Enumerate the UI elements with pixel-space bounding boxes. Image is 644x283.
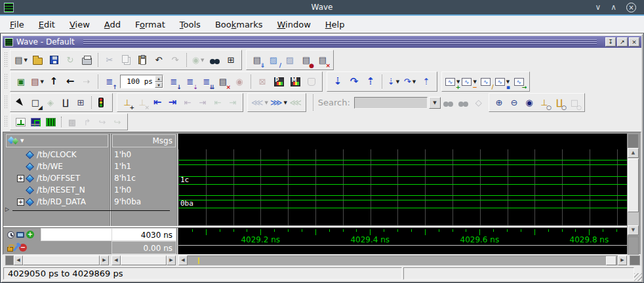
menu-format[interactable]: Format — [128, 20, 172, 29]
wave-add-button[interactable]: ∿+▼ — [445, 74, 460, 90]
open-button[interactable] — [30, 52, 45, 68]
edit-mode-button[interactable]: ∐ — [58, 96, 73, 110]
chevron-down-icon[interactable]: ▼ — [413, 79, 416, 85]
run-length-increase-button[interactable]: ▲ — [155, 75, 163, 82]
save-button[interactable] — [46, 52, 62, 68]
values-scroll-right-button[interactable]: ▶ — [167, 255, 176, 265]
event-band-button[interactable] — [28, 115, 43, 129]
toolbar-grip[interactable] — [5, 74, 8, 89]
names-header[interactable]: ▼ — [6, 134, 108, 147]
next-rising-edge-button[interactable]: ⇥ — [226, 96, 240, 110]
reload-button[interactable]: ↻ — [62, 52, 78, 68]
expand-icon[interactable]: + — [17, 198, 24, 206]
dock-icon[interactable]: ↧ — [605, 37, 616, 47]
menu-help[interactable]: Help — [318, 20, 352, 29]
search-dropdown-button[interactable]: ▼ — [429, 97, 441, 109]
run-length-decrease-button[interactable]: ▼ — [155, 82, 163, 88]
find-next-button[interactable] — [441, 96, 456, 110]
group-button[interactable]: ▣ — [13, 74, 29, 90]
signal-row-offset[interactable]: +/tb/OFFSET — [5, 172, 109, 184]
show-drivers-button[interactable]: ▩ — [65, 115, 79, 129]
run-length-value[interactable]: 100 ps — [121, 75, 155, 88]
chevron-down-icon[interactable]: ▼ — [20, 138, 24, 143]
move-up-button[interactable]: ↑ — [46, 74, 62, 90]
move-right-button[interactable]: ⇢ — [79, 74, 94, 90]
expand-all-time-button[interactable]: ⋘ — [289, 96, 303, 110]
restart-button[interactable]: ≣↑ — [102, 74, 117, 90]
search-input[interactable] — [354, 97, 428, 109]
step-into-button[interactable]: ⇣ — [330, 74, 346, 90]
resize-grip[interactable] — [634, 273, 642, 281]
trace-event-button[interactable]: ↪ — [110, 115, 125, 129]
trace-x-button[interactable]: ↪ — [95, 115, 110, 129]
step-over-current-button[interactable]: ↷▼ — [402, 74, 418, 90]
stop-wave-drawing-button[interactable] — [95, 96, 110, 110]
step-out-current-button[interactable]: ⇡ — [418, 74, 434, 90]
wave-remove-button[interactable]: ∿−▼ — [461, 74, 477, 90]
find-button[interactable] — [207, 52, 222, 68]
chevron-down-icon[interactable]: ▼ — [40, 79, 43, 85]
chevron-down-icon[interactable]: ▼ — [396, 79, 399, 85]
copy-button[interactable] — [118, 52, 134, 68]
unlog-signals-button[interactable]: ▤× — [315, 52, 331, 68]
run-length-input[interactable]: 100 ps▲▼ — [120, 75, 163, 88]
new-file-button[interactable]: ▤▼ — [13, 52, 29, 68]
zoom-full-button[interactable]: ◉ — [522, 96, 536, 110]
zoom-in-button[interactable]: ⊕ — [492, 96, 506, 110]
kill-button[interactable]: ⊠ — [254, 74, 270, 90]
values-scroll-thumb[interactable] — [121, 255, 167, 265]
waveform-row-offset[interactable]: 1c — [178, 174, 627, 186]
pan-hand-button[interactable] — [304, 74, 319, 90]
scroll-up-button[interactable]: ▲ — [628, 148, 639, 158]
next-falling-edge-button[interactable]: ⇥ — [195, 96, 210, 110]
vscroll-track[interactable] — [628, 158, 639, 225]
expand-tree-button[interactable]: ⊞ — [223, 52, 239, 68]
waveform-row-we[interactable] — [178, 162, 627, 174]
zoom-out-button[interactable]: ⊖ — [507, 96, 521, 110]
wave-scroll-thumb[interactable] — [606, 256, 616, 265]
step-into-current-button[interactable]: ⇣▼ — [386, 74, 401, 90]
break-button[interactable]: ▤× — [215, 74, 231, 90]
scroll-down-button[interactable]: ▼ — [628, 225, 639, 235]
wave-scroll-left-button[interactable]: ◀ — [178, 255, 188, 265]
menu-file[interactable]: File — [3, 20, 31, 29]
toolbar-grip[interactable] — [5, 52, 8, 67]
wave-export-button[interactable]: ∿→ — [511, 74, 527, 90]
chevron-down-icon[interactable]: ▼ — [201, 58, 204, 63]
chevron-down-icon[interactable]: ▼ — [265, 100, 268, 105]
zoom-cursor-button[interactable]: ⊥○ — [537, 96, 552, 110]
insert-mode-button[interactable]: ▤▼ — [30, 74, 45, 90]
add-to-wave-button[interactable]: ▤⇓ — [249, 52, 265, 68]
menu-window[interactable]: Window — [270, 20, 318, 29]
signal-row-reset_n[interactable]: /tb/RESET_N — [5, 184, 109, 196]
wave-save-button[interactable]: ∿▪▼ — [494, 74, 510, 90]
toolbar-grip[interactable] — [5, 96, 8, 109]
values-scroll-left-button[interactable]: ◀ — [111, 255, 121, 265]
trace-cause-button[interactable]: ↱ — [80, 115, 94, 129]
names-scroll-left-button[interactable]: ◀ — [14, 255, 23, 265]
run-all-button[interactable]: ≣⇊ — [199, 74, 214, 90]
event-all-button[interactable] — [43, 115, 58, 129]
print-button[interactable] — [79, 52, 94, 68]
expand-time-button[interactable]: ⋘▼ — [251, 96, 269, 110]
previous-falling-edge-button[interactable]: ⇤ — [180, 96, 195, 110]
signal-row-we[interactable]: /tb/WE — [5, 160, 109, 172]
search-options-button[interactable]: ◇ — [472, 96, 486, 110]
signal-row-rd_data[interactable]: +/tb/RD_DATA — [5, 196, 109, 208]
pan-mode-button[interactable]: ◈ — [43, 96, 58, 110]
paste-button[interactable] — [134, 52, 150, 68]
options-button[interactable]: ◉▼ — [190, 52, 206, 68]
names-scroll-thumb[interactable] — [23, 255, 100, 265]
waveform-row-clock[interactable] — [178, 151, 627, 162]
previous-rising-edge-button[interactable]: ⇤ — [211, 96, 225, 110]
log-signals-button[interactable]: ▤● — [298, 52, 314, 68]
event-single-button[interactable] — [13, 115, 28, 129]
cursor-track[interactable] — [178, 246, 627, 254]
waveform-row-reset_n[interactable] — [178, 186, 627, 198]
signal-names-column[interactable]: ▼ /tb/CLOCK/tb/WE+/tb/OFFSET/tb/RESET_N+… — [5, 134, 109, 225]
menu-add[interactable]: Add — [97, 20, 128, 29]
wave-edit-button[interactable]: ∿/ — [478, 74, 494, 90]
virtual-mode-button[interactable]: ⊞ — [73, 96, 88, 110]
cut-button[interactable]: ✂ — [102, 52, 117, 68]
stop-button[interactable]: ◉ — [231, 74, 247, 90]
